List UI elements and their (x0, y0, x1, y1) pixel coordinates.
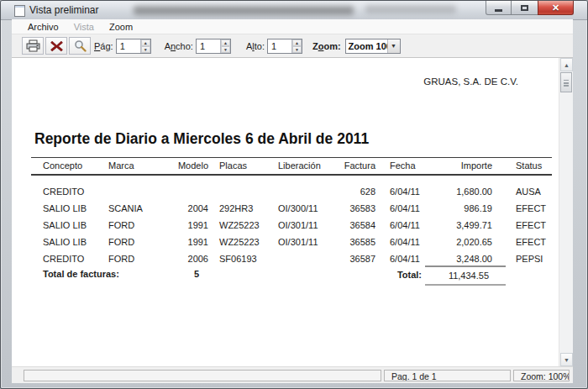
spinner-up-icon[interactable]: ▲ (141, 39, 150, 46)
zoom-select[interactable]: Zoom 100% ▼ (345, 39, 401, 54)
table-cell: 36587 (328, 250, 375, 267)
scroll-up-icon[interactable]: ▲ (560, 58, 573, 71)
height-spinner-value[interactable]: 1 (268, 39, 291, 53)
table-cell: 2006 (159, 250, 208, 267)
print-button[interactable] (22, 37, 44, 55)
report-table: Concepto Marca Modelo Placas Liberación … (31, 157, 552, 267)
titlebar-redaction (134, 6, 354, 15)
scroll-down-icon[interactable]: ▼ (560, 353, 573, 366)
vertical-scrollbar[interactable]: ▲ ▼ (559, 58, 573, 366)
table-cell: 3,248.00 (429, 250, 492, 267)
height-spinner-arrows: ▲ ▼ (291, 39, 302, 53)
column-header: Modelo (159, 158, 208, 176)
table-cell: AUSA (492, 175, 552, 200)
table-cell: EFECT (492, 200, 552, 217)
total-label: Total: (397, 270, 422, 280)
total-facturas-label: Total de facturas: (43, 269, 119, 279)
table-cell: EFECT (492, 217, 552, 234)
statusbar: Pag. 1 de 1 Zoom: 100% (12, 366, 573, 383)
table-cell: CREDITO (31, 175, 107, 200)
column-header: Factura (328, 158, 375, 176)
width-spinner-arrows: ▲ ▼ (220, 39, 230, 53)
table-cell (107, 175, 159, 200)
cancel-button[interactable] (45, 37, 67, 55)
table-cell: EFECT (492, 234, 552, 250)
table-cell: OI/300/11 (270, 200, 328, 217)
caption-buttons: ✕ (486, 1, 574, 15)
column-header: Fecha (375, 158, 429, 176)
titlebar[interactable]: Vista preliminar ✕ (1, 1, 587, 20)
table-cell: 1,680.00 (429, 175, 492, 200)
table-cell: 36585 (328, 234, 375, 250)
table-row: SALIO LIBSCANIA2004292HR3OI/300/11365836… (31, 200, 552, 217)
scrollbar-grip (564, 80, 569, 81)
table-cell: 36584 (328, 217, 375, 234)
page-field-label: Pág: (94, 41, 113, 51)
table-cell: FORD (107, 250, 159, 267)
table-cell: 6/04/11 (375, 200, 429, 217)
width-field-label: Ancho: (165, 41, 193, 51)
report-table-header: Concepto Marca Modelo Placas Liberación … (31, 158, 552, 176)
spinner-down-icon[interactable]: ▼ (292, 46, 302, 53)
table-cell: SCANIA (107, 200, 159, 217)
height-spinner[interactable]: 1 ▲ ▼ (267, 39, 302, 54)
table-cell (270, 175, 328, 200)
table-cell (208, 175, 270, 200)
cancel-x-icon (50, 40, 63, 52)
chevron-down-icon[interactable]: ▼ (387, 39, 400, 53)
table-cell: SALIO LIB (31, 200, 107, 217)
maximize-button[interactable] (512, 1, 538, 15)
page-spinner[interactable]: 1 ▲ ▼ (116, 39, 151, 54)
statusbar-page-indicator: Pag. 1 de 1 (384, 370, 511, 381)
table-cell: OI/301/11 (270, 217, 328, 234)
menu-item-zoom[interactable]: Zoom (102, 20, 140, 34)
width-spinner-value[interactable]: 1 (197, 39, 220, 53)
page-spinner-value[interactable]: 1 (117, 39, 140, 53)
table-row: SALIO LIBFORD1991WZ25223OI/301/11365846/… (31, 217, 552, 234)
column-header: Concepto (31, 158, 107, 176)
total-facturas-value: 5 (194, 269, 199, 279)
window-title: Vista preliminar (29, 4, 98, 16)
table-cell: SALIO LIB (31, 234, 107, 250)
menubar: Archivo Vista Zoom (12, 19, 573, 34)
close-icon: ✕ (552, 3, 559, 13)
table-cell: 6/04/11 (375, 217, 429, 234)
zoom-select-value: Zoom 100% (346, 39, 387, 53)
report-table-body: CREDITO6286/04/111,680.00AUSASALIO LIBSC… (31, 175, 552, 267)
magnifier-button[interactable] (69, 37, 91, 55)
table-cell: FORD (107, 217, 159, 234)
table-cell: OI/301/11 (270, 234, 328, 250)
statusbar-zoom-indicator: Zoom: 100% (513, 370, 570, 381)
column-header: Marca (107, 158, 159, 176)
table-row: CREDITO6286/04/111,680.00AUSA (31, 175, 552, 200)
table-cell: 6/04/11 (375, 250, 429, 267)
close-button[interactable]: ✕ (538, 1, 574, 15)
menu-item-archivo[interactable]: Archivo (20, 20, 66, 34)
scrollbar-thumb[interactable] (560, 72, 572, 92)
table-row: CREDITOFORD2006SF06193365876/04/113,248.… (31, 250, 552, 267)
report-title: Reporte de Diario a Miercoles 6 de Abril… (34, 130, 369, 148)
spinner-down-icon[interactable]: ▼ (221, 46, 230, 53)
table-cell: PEPSI (492, 250, 552, 267)
minimize-icon (495, 9, 502, 12)
report-company-name: GRUAS, S.A. DE C.V. (423, 76, 518, 87)
total-sum-line (425, 265, 506, 267)
table-cell: 6/04/11 (375, 234, 429, 250)
column-header: Placas (208, 158, 270, 176)
total-value: 11,434.55 (449, 271, 489, 281)
width-spinner[interactable]: 1 ▲ ▼ (196, 39, 231, 54)
table-cell: 986.19 (429, 200, 492, 217)
table-cell: 1991 (159, 217, 208, 234)
table-cell: 292HR3 (208, 200, 270, 217)
table-cell (270, 250, 328, 267)
minimize-button[interactable] (486, 1, 512, 15)
spinner-up-icon[interactable]: ▲ (292, 39, 302, 46)
table-cell: 2004 (159, 200, 208, 217)
statusbar-panel-empty (24, 370, 381, 381)
spinner-down-icon[interactable]: ▼ (141, 46, 150, 53)
table-cell: WZ25223 (208, 217, 270, 234)
window-icon (14, 5, 25, 17)
table-cell: 1991 (159, 234, 208, 250)
spinner-up-icon[interactable]: ▲ (221, 39, 230, 46)
table-cell (159, 175, 208, 200)
